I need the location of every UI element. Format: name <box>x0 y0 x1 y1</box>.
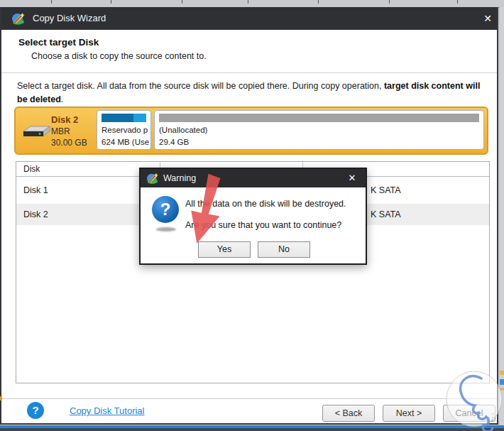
tutorial-icon[interactable]: ? <box>27 402 44 419</box>
partition-label: (Unallocated) <box>159 124 479 136</box>
dialog-titlebar: Warning ✕ <box>141 169 366 187</box>
free-space-bar <box>133 114 146 122</box>
instruction-part2: . <box>61 94 63 104</box>
disk-model-fragment: K SATA <box>371 209 401 219</box>
warning-dialog: Warning ✕ ? All the data on the disk wil… <box>139 168 367 265</box>
wizard-icon <box>11 11 26 26</box>
instruction-part1: Select a target disk. All data from the … <box>17 81 384 91</box>
used-space-bar <box>102 114 133 122</box>
partition-detail: 29.4 GB <box>159 136 479 148</box>
partition-reserved[interactable]: Reservado p 624 MB (Use <box>97 110 151 150</box>
disk-model-fragment: K SATA <box>371 185 401 195</box>
no-button[interactable]: No <box>258 241 310 258</box>
window-close-button[interactable]: ✕ <box>480 11 495 26</box>
disk-size: 30.00 GB <box>51 138 87 148</box>
footer-left-speck <box>0 396 2 400</box>
disk-name: Disk 2 <box>51 114 78 125</box>
next-button[interactable]: Next > <box>383 405 435 422</box>
screenshot-stage: Copy Disk Wizard ✕ Select target Disk Ch… <box>0 0 504 431</box>
disk-type: MBR <box>51 126 70 136</box>
partition-unallocated[interactable]: (Unallocated) 29.4 GB <box>154 110 484 150</box>
page-bottom-dark <box>0 428 504 431</box>
partition-label: Reservado p <box>102 124 146 136</box>
dialog-wizard-icon <box>146 172 159 185</box>
disk-drive-icon <box>21 124 51 141</box>
partition-detail: 624 MB (Use <box>102 136 146 148</box>
disk-row-name: Disk 1 <box>16 185 48 195</box>
watermark-hand <box>437 369 504 431</box>
window-titlebar: Copy Disk Wizard ✕ <box>1 7 497 30</box>
footer-separator <box>1 398 497 399</box>
disk-column-header: Disk <box>23 164 40 174</box>
instruction-text: Select a target disk. All data from the … <box>17 80 483 107</box>
unallocated-bar <box>159 114 479 122</box>
header-separator <box>1 72 497 73</box>
question-icon: ? <box>152 196 179 223</box>
target-disk-band[interactable]: Disk 2 MBR 30.00 GB Reservado p 624 MB (… <box>14 107 488 155</box>
tutorial-link[interactable]: Copy Disk Tutorial <box>70 405 144 416</box>
partition-usage-bar <box>159 114 479 122</box>
page-right-strip <box>500 7 504 425</box>
question-icon-shadow <box>156 227 176 231</box>
back-button[interactable]: < Back <box>322 405 375 422</box>
disk-row-name: Disk 2 <box>16 209 48 219</box>
partition-usage-bar <box>102 114 146 122</box>
page-subtitle: Choose a disk to copy the source content… <box>31 51 207 61</box>
window-title: Copy Disk Wizard <box>33 7 106 30</box>
page-title: Select target Disk <box>18 37 99 48</box>
dialog-close-button[interactable]: ✕ <box>344 171 360 185</box>
